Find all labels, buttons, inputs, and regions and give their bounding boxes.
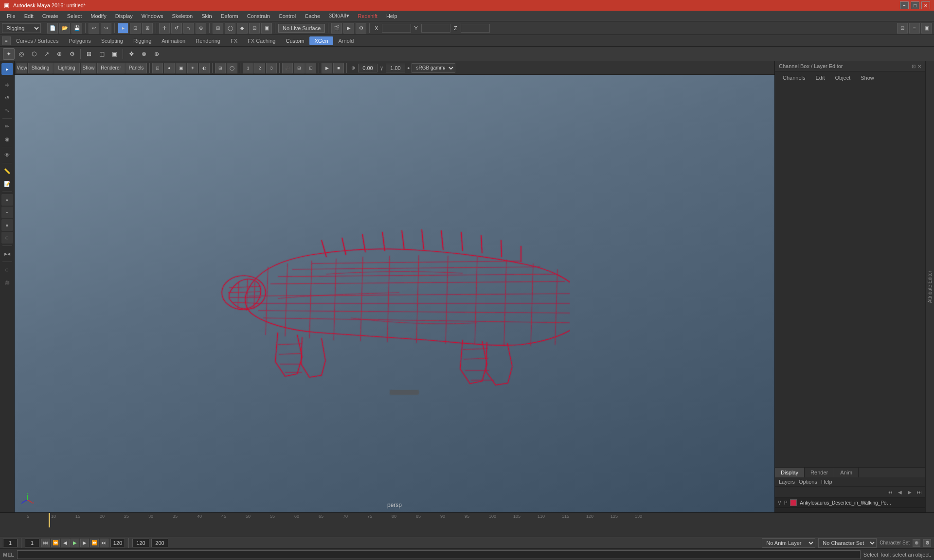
playback-end-input[interactable]: [132, 539, 149, 547]
render-current-button[interactable]: 🎬: [331, 23, 342, 34]
tab-display[interactable]: Display: [775, 468, 805, 477]
xray-button[interactable]: ◯: [227, 63, 237, 73]
res-2-button[interactable]: 2: [254, 63, 265, 73]
xgen-tool-9[interactable]: ▣: [108, 48, 120, 60]
wireframe-button[interactable]: ⊡: [152, 63, 163, 73]
xgen-tool-7[interactable]: ⊞: [83, 48, 95, 60]
character-set-button[interactable]: ⊕: [913, 539, 920, 547]
shadow-button[interactable]: ◐: [199, 63, 210, 73]
menu-create[interactable]: Create: [38, 12, 62, 20]
prev-frame-button[interactable]: ◀: [61, 539, 70, 547]
res-3-button[interactable]: 3: [266, 63, 277, 73]
move-tool-button[interactable]: ✛: [159, 23, 170, 34]
isolate-select-vp-button[interactable]: ⊞: [215, 63, 226, 73]
xgen-tool-8[interactable]: ◫: [96, 48, 108, 60]
stop-button[interactable]: ■: [333, 63, 344, 73]
layer-nav-skip-end[interactable]: ⏭: [916, 488, 923, 496]
xgen-tool-4[interactable]: ↗: [41, 48, 53, 60]
menu-3dtoall[interactable]: 3DtoAll▾: [325, 12, 353, 20]
module-animation[interactable]: Animation: [157, 36, 190, 45]
scale-tool-button[interactable]: ⤡: [183, 23, 194, 34]
face-mode-button[interactable]: ■: [1, 219, 13, 231]
rotate-tool-button[interactable]: ↺: [171, 23, 182, 34]
layer-opt-help[interactable]: Help: [821, 479, 832, 485]
select-mode-button[interactable]: ▸: [1, 63, 13, 75]
xgen-tool-6[interactable]: ⚙: [66, 48, 78, 60]
module-sculpting[interactable]: Sculpting: [96, 36, 128, 45]
panel-float-icon[interactable]: ⊡: [912, 64, 916, 69]
module-custom[interactable]: Custom: [281, 36, 309, 45]
edge-mode-button[interactable]: ━: [1, 207, 13, 218]
timeline-ruler[interactable]: 5 10 15 20 25 30 35 40 45 50 55 60 65 70…: [0, 513, 934, 527]
undo-button[interactable]: ↩: [89, 23, 99, 34]
open-scene-button[interactable]: 📂: [59, 23, 70, 34]
save-scene-button[interactable]: 💾: [72, 23, 82, 34]
no-character-set-select[interactable]: No Character Set: [818, 538, 877, 548]
module-curves-surfaces[interactable]: Curves / Surfaces: [11, 36, 63, 45]
menu-control[interactable]: Control: [275, 12, 300, 20]
vp-panels-menu[interactable]: Panels: [126, 63, 147, 73]
res-1-button[interactable]: 1: [243, 63, 253, 73]
module-xgen[interactable]: XGen: [309, 36, 333, 45]
minimize-button[interactable]: −: [900, 1, 909, 9]
menu-redshift[interactable]: Redshift: [354, 12, 381, 20]
snap-curve-button[interactable]: ◯: [225, 23, 235, 34]
play-forward-button[interactable]: ▶: [71, 539, 79, 547]
xgen-tool-1[interactable]: ✦: [3, 48, 15, 60]
paint-select-button[interactable]: ⊞: [142, 23, 153, 34]
render-view-button[interactable]: ▣: [921, 23, 932, 34]
lasso-select-button[interactable]: ⊡: [130, 23, 141, 34]
module-rendering[interactable]: Rendering: [191, 36, 225, 45]
y-coord-input[interactable]: [421, 24, 450, 33]
current-frame-input[interactable]: [3, 539, 18, 547]
layer-name[interactable]: Ankylosaurus_Deserted_in_Walking_Pose_mb…: [800, 500, 892, 506]
skip-to-end-button[interactable]: ⏭: [100, 539, 108, 547]
redo-button[interactable]: ↪: [101, 23, 111, 34]
layer-nav-next[interactable]: ▶: [906, 488, 914, 496]
module-bar-menu-button[interactable]: ≡: [2, 36, 11, 45]
select-tool-button[interactable]: ▸: [118, 23, 128, 34]
xgen-tool-12[interactable]: ⊕: [151, 48, 162, 60]
measure-tool-button[interactable]: 📏: [1, 165, 13, 177]
menu-display[interactable]: Display: [111, 12, 137, 20]
close-button[interactable]: ✕: [921, 1, 930, 9]
maximize-button[interactable]: □: [911, 1, 919, 9]
menu-cache[interactable]: Cache: [301, 12, 324, 20]
menu-help[interactable]: Help: [382, 12, 401, 20]
range-start-input[interactable]: [25, 539, 39, 547]
move-mode-button[interactable]: ✛: [1, 79, 13, 91]
layer-editor-toggle-button[interactable]: ≡: [909, 23, 920, 34]
menu-file[interactable]: File: [3, 12, 19, 20]
module-fx-caching[interactable]: FX Caching: [243, 36, 280, 45]
menu-edit[interactable]: Edit: [20, 12, 37, 20]
total-frames-input[interactable]: [151, 539, 168, 547]
xgen-tool-2[interactable]: ◎: [16, 48, 27, 60]
tab-anim[interactable]: Anim: [834, 468, 859, 477]
snap-grid-button[interactable]: ⊞: [213, 23, 223, 34]
xgen-tool-10[interactable]: ❖: [126, 48, 137, 60]
range-end-input[interactable]: [110, 539, 125, 547]
xgen-tool-5[interactable]: ⊕: [54, 48, 65, 60]
lights-button[interactable]: ☀: [187, 63, 198, 73]
layer-nav-skip-start[interactable]: ⏮: [886, 488, 894, 496]
no-live-surface-label[interactable]: No Live Surface: [278, 24, 325, 33]
module-arnold[interactable]: Arnold: [334, 36, 359, 45]
menu-constrain[interactable]: Constrain: [243, 12, 274, 20]
module-polygons[interactable]: Polygons: [64, 36, 95, 45]
vp-view-menu[interactable]: View: [17, 63, 27, 73]
layer-opt-options[interactable]: Options: [799, 479, 817, 485]
x-coord-input[interactable]: [382, 24, 411, 33]
isolate-select-button[interactable]: ▶◀: [1, 248, 13, 260]
attribute-editor-tab[interactable]: Attribute Editor: [925, 61, 934, 512]
scale-mode-button[interactable]: ⤡: [1, 105, 13, 116]
no-anim-layer-select[interactable]: No Anim Layer: [762, 538, 815, 548]
camera-attrib-button[interactable]: 🎥: [282, 63, 293, 73]
paint-tool-button[interactable]: ✏: [1, 121, 13, 132]
workspace-select[interactable]: Rigging: [2, 23, 41, 33]
universal-manip-button[interactable]: ⊕: [196, 23, 206, 34]
layer-visibility-p[interactable]: P: [784, 500, 788, 506]
menu-select[interactable]: Select: [63, 12, 86, 20]
tab-render[interactable]: Render: [805, 468, 834, 477]
grid-toggle-button[interactable]: ⊞: [294, 63, 305, 73]
channel-box-toggle-button[interactable]: ⊡: [897, 23, 908, 34]
